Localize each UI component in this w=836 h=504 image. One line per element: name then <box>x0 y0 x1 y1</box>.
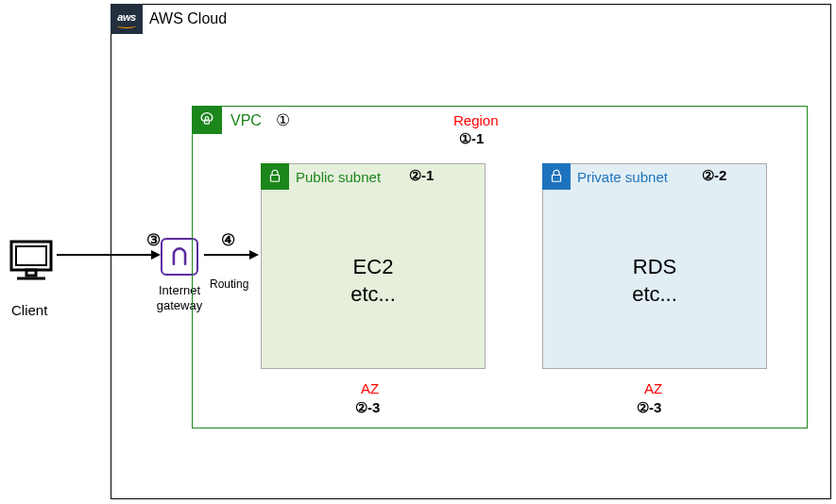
svg-rect-2 <box>26 270 36 276</box>
private-subnet-label: Private subnet <box>577 169 668 185</box>
region-step-badge: ①-1 <box>459 130 484 147</box>
vpc-icon <box>192 106 222 134</box>
public-subnet-step-badge: ②-1 <box>409 167 434 184</box>
client-icon <box>8 238 55 281</box>
private-subnet-icon <box>542 163 571 190</box>
vpc-container: VPC ① Region ①-1 Public subnet ②-1 EC2et… <box>192 106 808 428</box>
az-label-private: AZ <box>644 380 662 396</box>
az-step-badge-private: ②-3 <box>637 399 661 416</box>
svg-rect-9 <box>271 176 280 182</box>
public-subnet-label: Public subnet <box>296 169 381 185</box>
aws-cloud-container: aws AWS Cloud VPC ① Region ①-1 Public su… <box>111 4 831 499</box>
private-subnet-content: RDSetc... <box>543 254 766 308</box>
public-subnet-content: EC2etc... <box>262 254 485 308</box>
private-subnet-container: Private subnet ②-2 RDSetc... <box>542 163 767 369</box>
private-subnet-step-badge: ②-2 <box>702 167 726 184</box>
aws-logo-icon: aws <box>111 4 143 34</box>
client-label: Client <box>11 302 47 318</box>
region-label: Region <box>453 112 499 128</box>
public-subnet-container: Public subnet ②-1 EC2etc... <box>261 163 486 369</box>
public-subnet-icon <box>261 163 289 190</box>
svg-rect-10 <box>553 176 561 182</box>
aws-cloud-label: AWS Cloud <box>149 10 227 27</box>
vpc-step-badge: ① <box>276 110 290 130</box>
az-label-public: AZ <box>361 380 379 396</box>
vpc-label: VPC <box>230 112 262 129</box>
svg-rect-1 <box>16 246 46 265</box>
az-step-badge-public: ②-3 <box>355 399 380 416</box>
